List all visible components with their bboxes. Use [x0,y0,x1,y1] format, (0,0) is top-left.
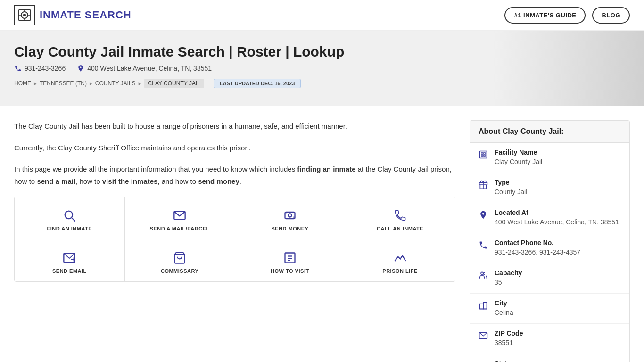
sidebar-type: Type County Jail [470,173,629,203]
zip-label: ZIP Code [495,329,621,337]
breadcrumb-home[interactable]: HOME [14,80,31,87]
send-money-icon [283,207,297,222]
page-title: Clay County Jail Inmate Search | Roster … [14,44,630,60]
facility-name-field: Facility Name Clay County Jail [495,148,621,167]
contact-phone-icon [479,240,489,250]
svg-rect-10 [285,212,295,219]
para3-bold2: send a mail [37,177,75,185]
capacity-value: 35 [495,278,621,288]
sidebar-zip: ZIP Code 38551 [470,324,629,354]
action-row-1: FIND AN INMATE SEND A MAIL/PARCEL SEND M… [15,197,455,239]
logo-icon [14,5,35,25]
find-inmate-label: FIND AN INMATE [47,226,92,231]
contact-phone-field: Contact Phone No. 931-243-3266, 931-243-… [495,239,621,257]
located-at-label: Located At [495,209,621,216]
send-mail-cell[interactable]: SEND A MAIL/PARCEL [125,197,235,239]
commissary-label: COMMISSARY [161,268,198,274]
located-at-field: Located At 400 West Lake Avenue, Celina,… [495,209,621,227]
sidebar-header: About Clay County Jail: [470,121,629,143]
how-to-visit-cell[interactable]: HOW TO VISIT [235,239,346,281]
find-inmate-icon [63,207,76,222]
capacity-label: Capacity [495,269,621,277]
zip-field: ZIP Code 38551 [495,329,621,348]
action-grid: FIND AN INMATE SEND A MAIL/PARCEL SEND M… [14,197,455,282]
type-field: Type County Jail [495,179,621,197]
send-mail-label: SEND A MAIL/PARCEL [150,226,210,231]
hero-address-text: 400 West Lake Avenue, Celina, TN, 38551 [87,65,212,72]
breadcrumb-sep-1: ► [33,81,38,86]
para3-before: In this page we provide all the importan… [14,165,297,173]
hero-address: 400 West Lake Avenue, Celina, TN, 38551 [77,65,212,72]
sidebar-city: City Celina [470,294,629,324]
svg-rect-23 [484,153,485,154]
breadcrumb-sep-2: ► [89,81,93,86]
send-email-cell[interactable]: SEND EMAIL [15,239,125,281]
svg-rect-28 [484,303,487,309]
breadcrumb-tn[interactable]: TENNESSEE (TN) [40,80,87,87]
svg-rect-24 [481,155,483,156]
hero-content: Clay County Jail Inmate Search | Roster … [14,44,630,88]
last-updated-badge: LAST UPDATED DEC. 16, 2023 [214,79,301,88]
city-field: City Celina [495,299,621,318]
building-icon [479,149,489,159]
para3-bold4: send money [198,177,239,185]
svg-point-26 [481,272,483,275]
hero-phone-number: 931-243-3266 [25,65,66,72]
facility-name-value: Clay County Jail [495,157,621,167]
call-inmate-label: CALL AN INMATE [377,226,423,231]
prison-life-label: PRISON LIFE [382,268,418,274]
prison-life-icon [394,250,407,264]
hero-meta: 931-243-3266 400 West Lake Avenue, Celin… [14,65,630,72]
commissary-icon [173,250,186,264]
send-mail-icon [173,207,186,222]
sidebar: About Clay County Jail: Facility Name Cl… [470,120,630,362]
send-email-label: SEND EMAIL [52,268,87,274]
phone-icon [14,65,22,72]
logo-text: INMATE SEARCH [40,9,132,21]
city-value: Celina [495,308,621,318]
para3-mid2: , how to [75,177,102,185]
capacity-icon [479,270,489,280]
svg-point-2 [23,14,26,16]
call-inmate-cell[interactable]: CALL AN INMATE [345,197,455,239]
contact-phone-value: 931-243-3266, 931-243-4357 [495,247,621,257]
zip-icon [479,330,489,340]
type-value: County Jail [495,187,621,197]
sidebar-located-at: Located At 400 West Lake Avenue, Celina,… [470,203,629,233]
sidebar-state: State Tennessee (TN) [470,354,629,362]
send-email-icon [63,250,76,264]
find-inmate-cell[interactable]: FIND AN INMATE [15,197,125,239]
type-label: Type [495,179,621,186]
site-header: INMATE SEARCH #1 INMATE'S GUIDE BLOG [0,0,644,31]
send-money-cell[interactable]: SEND MONEY [235,197,346,239]
breadcrumb-county-jails[interactable]: COUNTY JAILS [95,80,136,87]
svg-rect-22 [481,153,483,154]
pin-icon [479,210,489,220]
type-icon [479,180,489,189]
how-to-visit-icon [283,250,297,264]
city-label: City [495,299,621,307]
svg-rect-21 [480,151,487,158]
main-layout: The Clay County Jail has been built to h… [0,106,644,362]
sidebar-contact-phone: Contact Phone No. 931-243-3266, 931-243-… [470,233,629,263]
capacity-field: Capacity 35 [495,269,621,288]
svg-rect-25 [484,155,485,156]
commissary-cell[interactable]: COMMISSARY [125,239,235,281]
city-icon [479,300,489,310]
paragraph-2: Currently, the Clay County Sheriff Offic… [14,142,455,154]
located-at-value: 400 West Lake Avenue, Celina, TN, 38551 [495,217,621,227]
breadcrumb-current: CLAY COUNTY JAIL [144,79,204,88]
inmates-guide-button[interactable]: #1 INMATE'S GUIDE [504,7,586,24]
svg-line-8 [72,218,75,221]
paragraph-3: In this page we provide all the importan… [14,163,455,187]
state-label: State [495,360,621,362]
logo-area[interactable]: INMATE SEARCH [14,5,132,25]
hero-banner: Clay County Jail Inmate Search | Roster … [0,31,644,106]
blog-button[interactable]: BLOG [592,7,630,24]
svg-rect-27 [480,304,484,309]
contact-phone-label: Contact Phone No. [495,239,621,247]
paragraph-1: The Clay County Jail has been built to h… [14,120,455,132]
prison-life-cell[interactable]: PRISON LIFE [345,239,455,281]
sidebar-facility-name: Facility Name Clay County Jail [470,143,629,173]
sidebar-capacity: Capacity 35 [470,263,629,294]
